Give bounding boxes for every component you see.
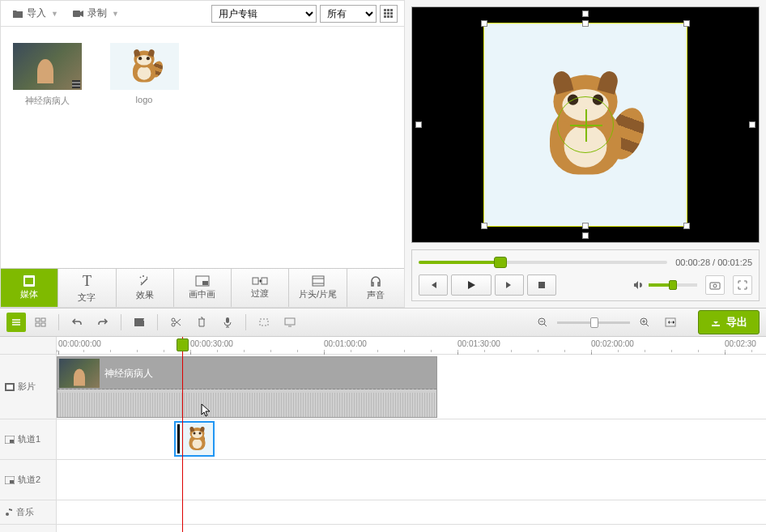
- seek-slider[interactable]: [419, 261, 667, 264]
- zoom-out-button[interactable]: [531, 312, 554, 333]
- zoom-in-button[interactable]: [633, 312, 656, 333]
- svg-rect-37: [10, 480, 14, 483]
- camera-icon: [709, 281, 721, 290]
- zoom-thumb[interactable]: [590, 317, 598, 328]
- resize-handle[interactable]: [582, 223, 589, 229]
- zoom-fit-button[interactable]: [659, 312, 682, 333]
- video-track[interactable]: 神经病病人: [57, 355, 766, 419]
- redo-button[interactable]: [91, 312, 114, 333]
- svg-rect-27: [260, 319, 268, 326]
- track-label-track1[interactable]: 轨道1: [0, 419, 56, 460]
- fullscreen-button[interactable]: [733, 275, 752, 295]
- snapshot-button[interactable]: [705, 275, 725, 295]
- volume-thumb[interactable]: [669, 280, 677, 290]
- tracks-area[interactable]: 00:00:00:00 00:00:30:00 00:01:00:00 00:0…: [57, 337, 766, 532]
- resize-handle[interactable]: [481, 20, 487, 27]
- svg-rect-1: [384, 9, 386, 11]
- tab-label: 过渡: [251, 287, 269, 300]
- track-label-track2[interactable]: 轨道2: [0, 460, 56, 500]
- crop-button[interactable]: [253, 312, 275, 333]
- media-item-logo[interactable]: logo: [108, 43, 181, 104]
- seek-thumb[interactable]: [494, 257, 507, 268]
- record-label: 录制: [87, 6, 107, 20]
- folder-icon: [12, 9, 23, 19]
- tab-media[interactable]: 媒体: [1, 269, 58, 307]
- resize-handle[interactable]: [582, 232, 589, 239]
- tab-transition[interactable]: 过渡: [232, 269, 289, 307]
- storyboard-button[interactable]: [29, 312, 52, 333]
- tab-label: 声音: [367, 289, 385, 301]
- timeline: 影片 轨道1 轨道2 音乐 00:00:00:00 00:00:30:00 00…: [0, 337, 766, 532]
- play-button[interactable]: [451, 275, 492, 296]
- pip-track-2[interactable]: [57, 460, 766, 500]
- tab-effects[interactable]: 效果: [117, 269, 174, 307]
- timeline-toolbar: 导出: [0, 308, 766, 337]
- delete-button[interactable]: [190, 312, 213, 333]
- tab-audio[interactable]: 声音: [347, 269, 404, 307]
- ruler-mark: 00:02:30: [725, 339, 756, 348]
- tab-text[interactable]: T 文字: [58, 269, 116, 307]
- time-ruler[interactable]: 00:00:00:00 00:00:30:00 00:01:00:00 00:0…: [57, 337, 766, 355]
- volume-slider[interactable]: [649, 283, 697, 287]
- storyboard-icon: [35, 317, 46, 327]
- track-label-music[interactable]: 音乐: [0, 500, 56, 525]
- preview-selection[interactable]: [484, 23, 687, 226]
- playhead-handle[interactable]: [177, 338, 189, 351]
- export-button[interactable]: 导出: [698, 310, 760, 334]
- resize-handle[interactable]: [481, 223, 487, 229]
- media-item-video[interactable]: 神经病病人: [11, 43, 83, 107]
- playhead[interactable]: [182, 337, 183, 532]
- import-button[interactable]: 导入 ▼: [7, 4, 65, 23]
- resize-handle[interactable]: [415, 121, 422, 128]
- crosshair-icon[interactable]: [557, 96, 614, 153]
- split-button[interactable]: [164, 312, 187, 333]
- resize-handle[interactable]: [582, 20, 589, 27]
- next-frame-button[interactable]: [495, 275, 524, 296]
- prev-frame-button[interactable]: [419, 275, 448, 296]
- svg-rect-33: [6, 385, 13, 389]
- video-clip[interactable]: 神经病病人: [57, 356, 437, 418]
- media-panel: 导入 ▼ 录制 ▼ 用户专辑 所有: [0, 0, 405, 308]
- tab-pip[interactable]: 画中画: [174, 269, 232, 307]
- toggle-button[interactable]: [6, 313, 26, 332]
- stop-button[interactable]: [527, 275, 556, 296]
- pip-track-1[interactable]: [57, 419, 766, 460]
- view-grid-button[interactable]: [380, 5, 398, 23]
- ruler-mark: 00:01:00:00: [324, 339, 367, 348]
- zoom-slider[interactable]: [557, 321, 630, 324]
- tab-label: 文字: [78, 292, 96, 304]
- svg-rect-9: [390, 15, 393, 18]
- edit-button[interactable]: [128, 312, 151, 333]
- resize-handle[interactable]: [582, 11, 589, 17]
- zoom-in-icon: [639, 317, 650, 328]
- resize-handle[interactable]: [683, 223, 690, 229]
- filter-select[interactable]: 所有: [320, 5, 377, 23]
- svg-rect-23: [41, 323, 45, 326]
- tab-intro[interactable]: 片头/片尾: [289, 269, 347, 307]
- camera-icon: [73, 10, 84, 18]
- svg-rect-2: [387, 9, 389, 11]
- svg-rect-0: [73, 11, 80, 17]
- undo-button[interactable]: [66, 312, 88, 333]
- tab-label: 效果: [136, 289, 154, 301]
- music-track[interactable]: [57, 500, 766, 525]
- voiceover-button[interactable]: [216, 312, 239, 333]
- raccoon-icon: [127, 49, 161, 83]
- svg-rect-22: [36, 323, 40, 326]
- time-display: 00:00:28 / 00:01:25: [675, 257, 752, 267]
- album-select[interactable]: 用户专辑: [211, 5, 317, 23]
- zoom-out-icon: [537, 317, 548, 328]
- crop-icon: [258, 317, 270, 327]
- svg-rect-5: [387, 12, 389, 15]
- raccoon-icon: [185, 427, 204, 451]
- render-button[interactable]: [279, 312, 301, 333]
- pip-icon: [195, 275, 210, 287]
- track-label-video[interactable]: 影片: [0, 355, 56, 419]
- record-button[interactable]: 录制 ▼: [68, 4, 126, 23]
- resize-handle[interactable]: [749, 121, 755, 128]
- resize-handle[interactable]: [683, 20, 690, 27]
- preview-viewport[interactable]: [411, 6, 760, 243]
- pip-clip[interactable]: [174, 421, 215, 457]
- volume-icon[interactable]: [632, 279, 644, 291]
- menu-icon: [11, 318, 21, 326]
